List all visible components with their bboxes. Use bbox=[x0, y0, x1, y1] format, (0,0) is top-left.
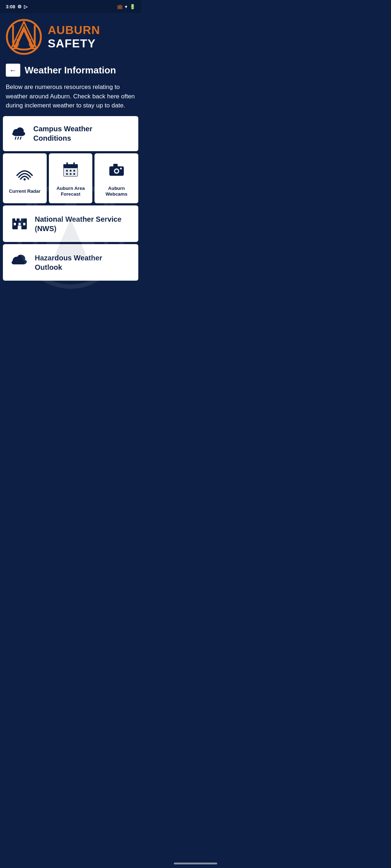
svg-rect-37 bbox=[12, 218, 15, 222]
camera-icon bbox=[108, 161, 125, 181]
page-title: Weather Information bbox=[25, 65, 116, 76]
battery-icon: 🔋 bbox=[130, 4, 135, 9]
svg-line-6 bbox=[18, 137, 18, 139]
title-safety: SAFETY bbox=[48, 37, 96, 50]
title-auburn: AUBURN bbox=[48, 24, 100, 37]
auburn-webcams-card[interactable]: Auburn Webcams bbox=[94, 153, 138, 204]
page-description: Below are numerous resources relating to… bbox=[0, 80, 141, 116]
svg-rect-39 bbox=[21, 218, 24, 222]
svg-rect-43 bbox=[23, 223, 25, 225]
current-radar-card[interactable]: Current Radar bbox=[3, 153, 47, 204]
status-right: 💼 ▾ 🔋 bbox=[117, 4, 135, 9]
auburn-webcams-label: Auburn Webcams bbox=[97, 186, 135, 198]
radar-icon bbox=[16, 163, 33, 184]
nws-card[interactable]: National Weather Service (NWS) bbox=[3, 205, 138, 242]
svg-point-26 bbox=[70, 170, 72, 171]
svg-point-29 bbox=[70, 173, 72, 175]
svg-line-7 bbox=[20, 137, 21, 139]
content-area: Campus Weather Conditions Current Radar bbox=[0, 116, 141, 281]
svg-point-30 bbox=[73, 173, 75, 175]
forecast-calendar-icon bbox=[62, 161, 79, 181]
page-title-row: ← Weather Information bbox=[0, 59, 141, 80]
current-radar-label: Current Radar bbox=[9, 188, 41, 195]
cloud-rain-icon bbox=[10, 123, 28, 144]
status-bar: 3:08 ⚙ ▷ 💼 ▾ 🔋 bbox=[0, 0, 141, 13]
status-left: 3:08 ⚙ ▷ bbox=[6, 4, 28, 9]
svg-point-28 bbox=[66, 173, 68, 175]
svg-rect-42 bbox=[18, 223, 21, 225]
svg-rect-40 bbox=[24, 218, 27, 222]
time-display: 3:08 bbox=[6, 4, 15, 9]
svg-point-25 bbox=[66, 170, 68, 171]
app-header: AUBURN SAFETY bbox=[0, 13, 141, 59]
svg-point-35 bbox=[120, 167, 122, 169]
settings-icon: ⚙ bbox=[17, 4, 22, 9]
nws-label: National Weather Service (NWS) bbox=[35, 214, 131, 233]
hazardous-cloud-icon bbox=[10, 251, 29, 273]
app-title: AUBURN SAFETY bbox=[48, 24, 135, 50]
three-card-row: Current Radar bbox=[3, 153, 138, 204]
svg-line-5 bbox=[15, 137, 16, 139]
briefcase-icon: 💼 bbox=[117, 4, 123, 9]
wifi-status-icon: ▾ bbox=[125, 4, 127, 9]
nws-building-icon bbox=[10, 213, 29, 235]
svg-rect-41 bbox=[14, 223, 16, 225]
svg-point-27 bbox=[73, 170, 75, 171]
svg-point-34 bbox=[115, 170, 118, 173]
activity-icon: ▷ bbox=[24, 4, 28, 9]
svg-point-8 bbox=[24, 178, 26, 180]
auburn-forecast-card[interactable]: Auburn Area Forecast bbox=[49, 153, 93, 204]
svg-rect-38 bbox=[17, 218, 20, 222]
svg-rect-22 bbox=[64, 165, 77, 168]
auburn-forecast-label: Auburn Area Forecast bbox=[52, 186, 90, 198]
hazardous-weather-label: Hazardous Weather Outlook bbox=[35, 253, 131, 272]
auburn-logo bbox=[6, 19, 42, 55]
svg-rect-44 bbox=[18, 226, 21, 229]
campus-weather-card[interactable]: Campus Weather Conditions bbox=[3, 116, 138, 151]
campus-weather-label: Campus Weather Conditions bbox=[33, 124, 131, 143]
hazardous-weather-card[interactable]: Hazardous Weather Outlook bbox=[3, 244, 138, 281]
back-button[interactable]: ← bbox=[6, 64, 20, 77]
